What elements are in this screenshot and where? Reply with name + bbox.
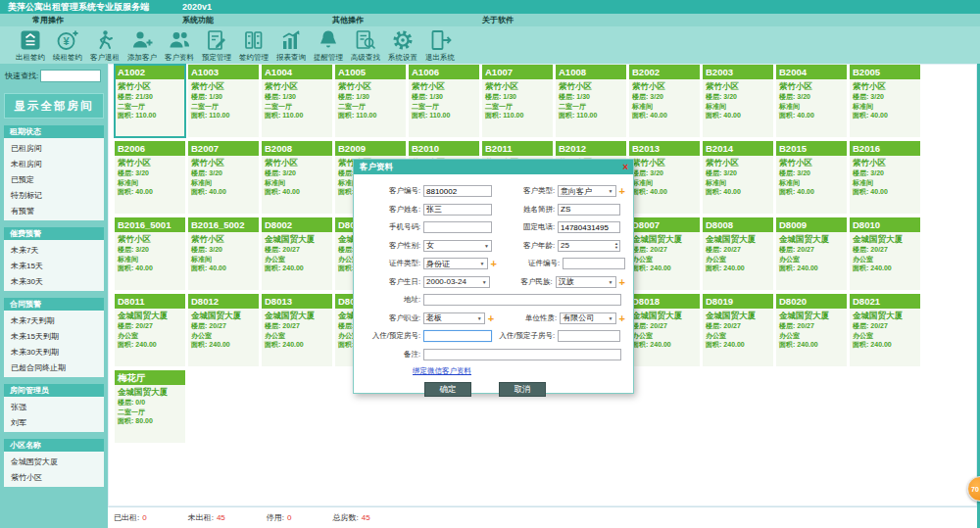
room-card[interactable]: D8010金城国贸大厦楼层:20/27办公室面积:240.00 [850, 217, 920, 290]
toolbar-button-contract[interactable]: 签约管理 [235, 26, 272, 63]
spinner-down-icon[interactable]: ▼ [614, 246, 618, 250]
room-card[interactable]: A1007紫竹小区楼层:1/30二室一厅面积:110.00 [482, 65, 553, 137]
customer-id-field[interactable] [423, 185, 492, 197]
room-type: 办公室 [118, 331, 182, 341]
room-card[interactable]: B2007紫竹小区楼层:3/20标准间面积:40.00 [188, 141, 259, 214]
menu-item-1[interactable]: 常用操作 [32, 15, 150, 25]
room-card[interactable]: D8019金城国贸大厦楼层:20/27办公室面积:240.00 [703, 294, 773, 366]
customer-ethnicity-select[interactable]: 汉族▼ [556, 276, 616, 288]
room-card[interactable]: B2003紫竹小区楼层:3/20标准间面积:40.00 [703, 65, 773, 137]
room-card[interactable]: A1005紫竹小区楼层:1/30二室一厅面积:110.00 [335, 65, 406, 137]
customer-age-spinner[interactable]: 25▲▼ [558, 240, 620, 252]
room-card[interactable]: B2013紫竹小区楼层:3/20标准间面积:40.00 [629, 141, 700, 214]
sidebar-item[interactable]: 未来30天到期 [4, 344, 104, 360]
customer-name-field[interactable] [423, 204, 492, 216]
room-floor: 楼层:3/20 [118, 168, 182, 178]
id-number-field[interactable] [563, 258, 625, 269]
room-card[interactable]: D8013金城国贸大厦楼层:20/27办公室面积:240.00 [262, 294, 332, 366]
room-card[interactable]: D8008金城国贸大厦楼层:20/27办公室面积:240.00 [703, 217, 773, 290]
room-card[interactable]: D8021金城国贸大厦楼层:20/27办公室面积:240.00 [850, 294, 920, 366]
sidebar-item[interactable]: 未租房间 [4, 156, 104, 171]
room-floor: 楼层:20/27 [706, 245, 770, 255]
room-card[interactable]: D8012金城国贸大厦楼层:20/27办公室面积:240.00 [188, 294, 259, 366]
wechat-bind-link[interactable]: 绑定微信客户资料 [413, 366, 633, 376]
room-card[interactable]: A1006紫竹小区楼层:1/30二室一厅面积:110.00 [409, 65, 479, 137]
sidebar-item[interactable]: 紫竹小区 [4, 469, 104, 485]
sidebar-item[interactable]: 已预定 [4, 171, 104, 187]
toolbar-button-advanced-search[interactable]: 高级查找 [347, 26, 384, 63]
occupation-select[interactable]: 老板▼ [423, 312, 485, 324]
add-option-icon[interactable]: + [619, 186, 625, 196]
room-card[interactable]: B2014紫竹小区楼层:3/20标准间面积:40.00 [703, 141, 773, 214]
room-card[interactable]: B2015紫竹小区楼层:3/20标准间面积:40.00 [776, 141, 847, 214]
sidebar-item[interactable]: 未来30天 [4, 273, 104, 289]
add-option-icon[interactable]: + [619, 277, 625, 287]
menu-item-4[interactable]: 关于软件 [482, 15, 600, 25]
room-card[interactable]: 梅花厅金城国贸大厦楼层:0/0二室一厅面积:80.00 [115, 370, 185, 443]
room-card[interactable]: B2006紫竹小区楼层:3/20标准间面积:40.00 [115, 141, 185, 214]
room-card[interactable]: A1008紫竹小区楼层:1/30二室一厅面积:110.00 [556, 65, 626, 137]
room-card-body: 紫竹小区楼层:3/20标准间面积:40.00 [115, 232, 185, 273]
toolbar-button-renew-sign[interactable]: ¥续租签约 [49, 26, 86, 63]
address-field[interactable] [423, 294, 621, 306]
room-card[interactable]: A1004紫竹小区楼层:1/30二室一厅面积:110.00 [262, 65, 332, 137]
menu-item-2[interactable]: 系统功能 [182, 15, 300, 25]
cancel-button[interactable]: 取消 [499, 382, 546, 397]
room-card[interactable]: A1002紫竹小区楼层:21/30二室一厅面积:110.00 [115, 65, 185, 137]
sidebar-item[interactable]: 特别标记 [4, 187, 104, 203]
toolbar-button-customer-checkout[interactable]: 客户退租 [86, 26, 123, 63]
sidebar-item[interactable]: 张强 [4, 399, 104, 414]
toolbar-button-settings[interactable]: 系统设置 [384, 26, 421, 63]
room-area-value: 110.00 [209, 112, 229, 119]
quick-search-input[interactable] [40, 70, 101, 82]
room-card[interactable]: B2005紫竹小区楼层:3/20标准间面积:40.00 [850, 65, 920, 137]
sidebar-item[interactable]: 已租房间 [4, 140, 104, 156]
room-area-label: 面积: [191, 341, 207, 348]
sidebar-item[interactable]: 有预警 [4, 203, 104, 218]
id-type-select[interactable]: 身份证▼ [423, 258, 488, 269]
close-icon[interactable]: × [622, 163, 628, 172]
spinner-arrows-icon[interactable]: ▲▼ [614, 242, 618, 250]
room-card[interactable]: B2004紫竹小区楼层:3/20标准间面积:40.00 [776, 65, 847, 137]
sub-room-number-field[interactable] [558, 330, 620, 342]
landline-number-field[interactable] [558, 221, 620, 233]
sidebar-item[interactable]: 刘军 [4, 414, 104, 430]
room-card[interactable]: D8009金城国贸大厦楼层:20/27办公室面积:240.00 [776, 217, 847, 290]
customer-birthday-select[interactable]: 2000-03-24▼ [423, 276, 490, 288]
remark-field[interactable] [423, 349, 621, 360]
toolbar-button-report[interactable]: 报表查询 [272, 26, 310, 63]
room-card[interactable]: D8011金城国贸大厦楼层:20/27办公室面积:240.00 [115, 294, 185, 366]
room-card[interactable]: D8002金城国贸大厦楼层:20/27办公室面积:240.00 [262, 217, 332, 290]
sidebar-item[interactable]: 未来7天 [4, 242, 104, 258]
room-card[interactable]: B2016_5002紫竹小区楼层:3/20标准间面积:40.00 [188, 217, 259, 290]
room-number-field[interactable] [423, 330, 492, 342]
toolbar-button-reservation[interactable]: 预定管理 [198, 26, 235, 63]
sidebar-item[interactable]: 未来15天到期 [4, 328, 104, 344]
sidebar-item[interactable]: 未来7天到期 [4, 312, 104, 328]
menu-item-3[interactable]: 其他操作 [332, 15, 450, 25]
toolbar-button-customer-info[interactable]: 客户资料 [161, 26, 198, 63]
toolbar-button-add-customer[interactable]: 添加客户 [123, 26, 161, 63]
company-type-select[interactable]: 有限公司▼ [560, 312, 615, 324]
customer-type-select[interactable]: 意向客户▼ [558, 185, 616, 197]
room-card[interactable]: A1003紫竹小区楼层:1/30二室一厅面积:110.00 [188, 65, 259, 137]
mobile-number-field[interactable] [423, 221, 492, 233]
room-card[interactable]: B2002紫竹小区楼层:3/20标准间面积:40.00 [629, 65, 700, 137]
show-all-rooms-button[interactable]: 显示全部房间 [4, 93, 104, 119]
room-card[interactable]: B2016紫竹小区楼层:3/20标准间面积:40.00 [850, 141, 920, 214]
sidebar-item[interactable]: 未来15天 [4, 258, 104, 273]
room-card[interactable]: B2008紫竹小区楼层:3/20标准间面积:40.00 [262, 141, 332, 214]
room-card[interactable]: B2016_5001紫竹小区楼层:3/20标准间面积:40.00 [115, 217, 185, 290]
sidebar-item[interactable]: 金城国贸大厦 [4, 454, 104, 469]
toolbar-button-lease-sign[interactable]: 出租签约 [12, 26, 49, 63]
add-option-icon[interactable]: + [619, 313, 625, 323]
toolbar-button-exit[interactable]: 退出系统 [421, 26, 459, 63]
toolbar-button-reminder[interactable]: 提醒管理 [310, 26, 347, 63]
room-card[interactable]: D8018金城国贸大厦楼层:20/27办公室面积:240.00 [629, 294, 700, 366]
sidebar-item[interactable]: 已超合同终止期 [4, 360, 104, 375]
room-card[interactable]: D8007金城国贸大厦楼层:20/27办公室面积:240.00 [629, 217, 700, 290]
name-pinyin-field[interactable] [558, 204, 620, 216]
customer-gender-select[interactable]: 女▼ [423, 240, 492, 252]
ok-button[interactable]: 确定 [424, 382, 471, 397]
room-card[interactable]: D8020金城国贸大厦楼层:20/27办公室面积:240.00 [776, 294, 847, 366]
